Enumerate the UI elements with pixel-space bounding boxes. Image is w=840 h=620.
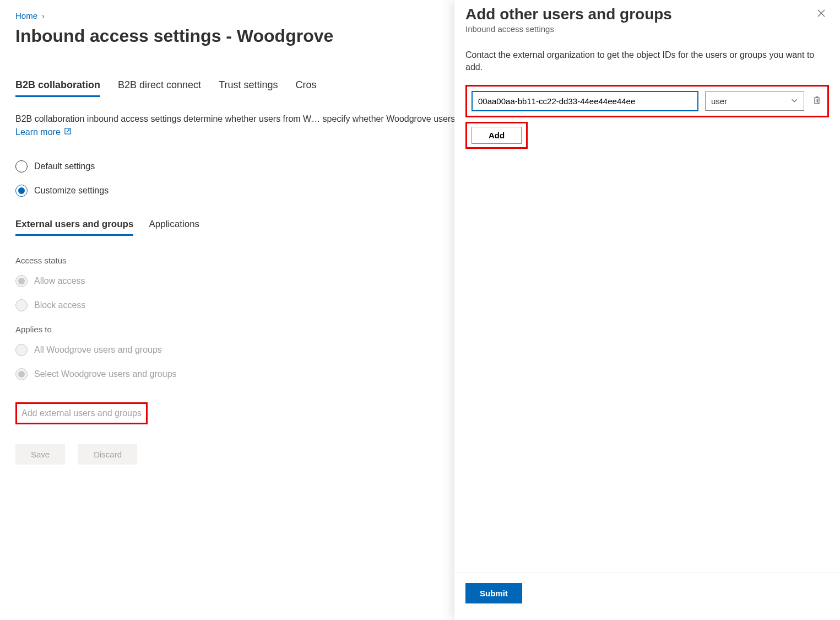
breadcrumb-home[interactable]: Home [15,11,37,20]
panel-subtitle: Inbound access settings [465,24,672,34]
external-link-icon [64,127,72,137]
panel-description: Contact the external organization to get… [465,49,829,74]
tab-trust-settings[interactable]: Trust settings [219,79,278,97]
object-id-input[interactable] [472,91,698,111]
tab-cross-tenant[interactable]: Cros [296,79,317,97]
tab-applications[interactable]: Applications [149,219,199,236]
add-button[interactable]: Add [472,127,522,144]
type-select[interactable]: user [705,91,804,111]
radio-customize-label: Customize settings [34,186,109,196]
add-users-panel: Add other users and groups Inbound acces… [454,0,840,620]
radio-icon [15,160,28,172]
highlight-add-external: Add external users and groups [15,402,148,424]
radio-icon [15,344,28,356]
add-external-users-link[interactable]: Add external users and groups [20,405,143,422]
panel-title: Add other users and groups [465,6,672,23]
tab-b2b-direct-connect[interactable]: B2B direct connect [118,79,201,97]
tab-external-users[interactable]: External users and groups [15,219,133,236]
radio-default-label: Default settings [34,161,95,171]
select-users-label: Select Woodgrove users and groups [34,369,177,379]
highlight-add-button: Add [465,122,528,149]
delete-icon[interactable] [811,95,823,107]
highlight-object-row: user [465,85,829,117]
chevron-right-icon: › [42,11,45,20]
close-icon[interactable] [814,6,829,24]
radio-icon [15,185,28,197]
chevron-down-icon [790,96,798,106]
radio-icon [15,275,28,287]
tab-b2b-collaboration[interactable]: B2B collaboration [15,79,100,97]
block-access-label: Block access [34,300,85,310]
submit-button[interactable]: Submit [465,583,522,603]
type-select-value: user [711,96,727,106]
radio-icon [15,368,28,380]
learn-more-link[interactable]: Learn more [15,127,72,137]
allow-access-label: Allow access [34,276,85,286]
learn-more-label: Learn more [15,127,61,137]
radio-icon [15,299,28,311]
discard-button[interactable]: Discard [78,444,137,465]
all-users-label: All Woodgrove users and groups [34,345,162,355]
save-button[interactable]: Save [15,444,65,465]
